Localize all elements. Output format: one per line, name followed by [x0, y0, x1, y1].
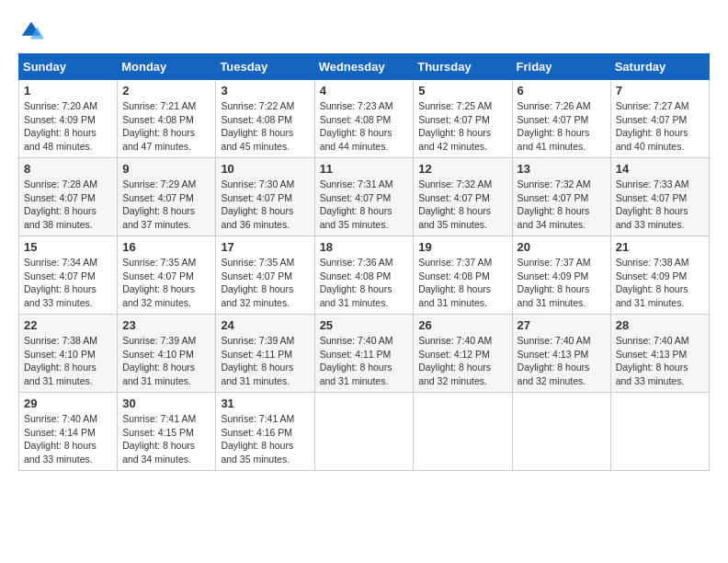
logo	[18, 18, 48, 44]
calendar-cell: 21 Sunrise: 7:38 AMSunset: 4:09 PMDaylig…	[610, 236, 709, 315]
logo-icon	[18, 18, 44, 44]
day-number: 31	[221, 396, 309, 410]
col-sunday: Sunday	[19, 54, 118, 80]
calendar-cell: 30 Sunrise: 7:41 AMSunset: 4:15 PMDaylig…	[118, 393, 216, 471]
calendar-cell	[610, 393, 709, 471]
calendar-cell	[314, 393, 414, 471]
calendar-week-row: 29 Sunrise: 7:40 AMSunset: 4:14 PMDaylig…	[19, 393, 710, 471]
day-info: Sunrise: 7:38 AMSunset: 4:09 PMDaylight:…	[616, 257, 689, 308]
day-number: 7	[616, 84, 704, 98]
day-number: 3	[221, 84, 309, 98]
day-info: Sunrise: 7:40 AMSunset: 4:12 PMDaylight:…	[418, 335, 492, 386]
day-info: Sunrise: 7:41 AMSunset: 4:16 PMDaylight:…	[221, 413, 294, 465]
calendar-cell: 11 Sunrise: 7:31 AMSunset: 4:07 PMDaylig…	[314, 158, 414, 236]
calendar-cell: 18 Sunrise: 7:36 AMSunset: 4:08 PMDaylig…	[314, 236, 414, 315]
day-info: Sunrise: 7:40 AMSunset: 4:13 PMDaylight:…	[518, 335, 591, 386]
day-number: 5	[418, 84, 506, 98]
day-info: Sunrise: 7:23 AMSunset: 4:08 PMDaylight:…	[320, 100, 393, 152]
calendar-cell	[414, 393, 512, 471]
day-number: 21	[616, 240, 704, 254]
calendar-cell: 3 Sunrise: 7:22 AMSunset: 4:08 PMDayligh…	[216, 80, 314, 158]
day-info: Sunrise: 7:26 AMSunset: 4:07 PMDaylight:…	[518, 100, 591, 152]
day-number: 26	[418, 318, 506, 332]
day-info: Sunrise: 7:25 AMSunset: 4:07 PMDaylight:…	[418, 100, 492, 152]
col-monday: Monday	[118, 54, 216, 80]
day-info: Sunrise: 7:27 AMSunset: 4:07 PMDaylight:…	[616, 100, 689, 152]
calendar-cell: 8 Sunrise: 7:28 AMSunset: 4:07 PMDayligh…	[19, 158, 118, 236]
calendar-cell: 5 Sunrise: 7:25 AMSunset: 4:07 PMDayligh…	[414, 80, 512, 158]
calendar-cell: 10 Sunrise: 7:30 AMSunset: 4:07 PMDaylig…	[216, 158, 314, 236]
day-number: 15	[24, 240, 112, 254]
calendar-cell: 28 Sunrise: 7:40 AMSunset: 4:13 PMDaylig…	[610, 315, 709, 393]
day-number: 29	[24, 396, 112, 410]
col-friday: Friday	[512, 54, 610, 80]
day-number: 12	[418, 162, 506, 176]
day-info: Sunrise: 7:37 AMSunset: 4:08 PMDaylight:…	[418, 257, 492, 308]
day-info: Sunrise: 7:39 AMSunset: 4:10 PMDaylight:…	[122, 335, 196, 386]
day-number: 2	[122, 84, 210, 98]
calendar-cell: 29 Sunrise: 7:40 AMSunset: 4:14 PMDaylig…	[19, 393, 118, 471]
day-number: 17	[221, 240, 309, 254]
day-number: 8	[24, 162, 112, 176]
day-number: 28	[616, 318, 704, 332]
day-info: Sunrise: 7:34 AMSunset: 4:07 PMDaylight:…	[24, 257, 97, 308]
day-info: Sunrise: 7:41 AMSunset: 4:15 PMDaylight:…	[122, 413, 196, 465]
day-number: 11	[320, 162, 409, 176]
day-number: 23	[122, 318, 210, 332]
day-number: 19	[418, 240, 506, 254]
calendar-cell: 9 Sunrise: 7:29 AMSunset: 4:07 PMDayligh…	[118, 158, 216, 236]
col-thursday: Thursday	[414, 54, 512, 80]
day-info: Sunrise: 7:28 AMSunset: 4:07 PMDaylight:…	[24, 178, 97, 230]
day-number: 30	[122, 396, 210, 410]
day-number: 27	[518, 318, 606, 332]
day-number: 13	[518, 162, 606, 176]
calendar-cell: 16 Sunrise: 7:35 AMSunset: 4:07 PMDaylig…	[118, 236, 216, 315]
calendar-cell: 15 Sunrise: 7:34 AMSunset: 4:07 PMDaylig…	[19, 236, 118, 315]
calendar-cell: 17 Sunrise: 7:35 AMSunset: 4:07 PMDaylig…	[216, 236, 314, 315]
day-number: 18	[320, 240, 409, 254]
day-info: Sunrise: 7:40 AMSunset: 4:14 PMDaylight:…	[24, 413, 97, 465]
day-info: Sunrise: 7:33 AMSunset: 4:07 PMDaylight:…	[616, 178, 689, 230]
calendar-body: 1 Sunrise: 7:20 AMSunset: 4:09 PMDayligh…	[19, 80, 710, 471]
day-info: Sunrise: 7:39 AMSunset: 4:11 PMDaylight:…	[221, 335, 294, 386]
calendar-cell: 2 Sunrise: 7:21 AMSunset: 4:08 PMDayligh…	[118, 80, 216, 158]
day-info: Sunrise: 7:22 AMSunset: 4:08 PMDaylight:…	[221, 100, 294, 152]
calendar-cell: 31 Sunrise: 7:41 AMSunset: 4:16 PMDaylig…	[216, 393, 314, 471]
calendar-cell: 27 Sunrise: 7:40 AMSunset: 4:13 PMDaylig…	[512, 315, 610, 393]
calendar-cell: 19 Sunrise: 7:37 AMSunset: 4:08 PMDaylig…	[414, 236, 512, 315]
day-info: Sunrise: 7:40 AMSunset: 4:11 PMDaylight:…	[320, 335, 393, 386]
day-info: Sunrise: 7:38 AMSunset: 4:10 PMDaylight:…	[24, 335, 97, 386]
page-header	[18, 18, 710, 44]
calendar-cell: 23 Sunrise: 7:39 AMSunset: 4:10 PMDaylig…	[118, 315, 216, 393]
day-info: Sunrise: 7:37 AMSunset: 4:09 PMDaylight:…	[518, 257, 591, 308]
calendar-cell: 7 Sunrise: 7:27 AMSunset: 4:07 PMDayligh…	[610, 80, 709, 158]
day-number: 22	[24, 318, 112, 332]
day-info: Sunrise: 7:35 AMSunset: 4:07 PMDaylight:…	[221, 257, 294, 308]
calendar-cell: 6 Sunrise: 7:26 AMSunset: 4:07 PMDayligh…	[512, 80, 610, 158]
calendar-cell: 13 Sunrise: 7:32 AMSunset: 4:07 PMDaylig…	[512, 158, 610, 236]
day-info: Sunrise: 7:40 AMSunset: 4:13 PMDaylight:…	[616, 335, 689, 386]
day-info: Sunrise: 7:36 AMSunset: 4:08 PMDaylight:…	[320, 257, 393, 308]
day-number: 16	[122, 240, 210, 254]
calendar-table: Sunday Monday Tuesday Wednesday Thursday…	[18, 53, 710, 471]
calendar-week-row: 8 Sunrise: 7:28 AMSunset: 4:07 PMDayligh…	[19, 158, 710, 236]
day-info: Sunrise: 7:32 AMSunset: 4:07 PMDaylight:…	[518, 178, 591, 230]
day-number: 6	[518, 84, 606, 98]
col-saturday: Saturday	[610, 54, 709, 80]
calendar-week-row: 1 Sunrise: 7:20 AMSunset: 4:09 PMDayligh…	[19, 80, 710, 158]
day-number: 24	[221, 318, 309, 332]
day-number: 20	[518, 240, 606, 254]
day-info: Sunrise: 7:31 AMSunset: 4:07 PMDaylight:…	[320, 178, 393, 230]
calendar-cell: 26 Sunrise: 7:40 AMSunset: 4:12 PMDaylig…	[414, 315, 512, 393]
day-number: 25	[320, 318, 409, 332]
calendar-cell: 24 Sunrise: 7:39 AMSunset: 4:11 PMDaylig…	[216, 315, 314, 393]
calendar-cell: 12 Sunrise: 7:32 AMSunset: 4:07 PMDaylig…	[414, 158, 512, 236]
day-info: Sunrise: 7:21 AMSunset: 4:08 PMDaylight:…	[122, 100, 196, 152]
day-info: Sunrise: 7:32 AMSunset: 4:07 PMDaylight:…	[418, 178, 492, 230]
day-number: 14	[616, 162, 704, 176]
calendar-week-row: 15 Sunrise: 7:34 AMSunset: 4:07 PMDaylig…	[19, 236, 710, 315]
calendar-cell: 14 Sunrise: 7:33 AMSunset: 4:07 PMDaylig…	[610, 158, 709, 236]
col-tuesday: Tuesday	[216, 54, 314, 80]
col-wednesday: Wednesday	[314, 54, 414, 80]
day-number: 4	[320, 84, 409, 98]
